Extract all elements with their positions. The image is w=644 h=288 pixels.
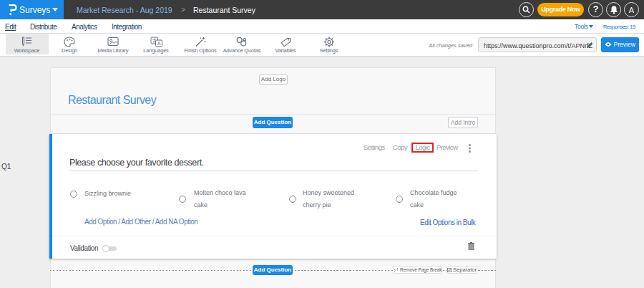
svg-text:A: A [157,41,161,46]
